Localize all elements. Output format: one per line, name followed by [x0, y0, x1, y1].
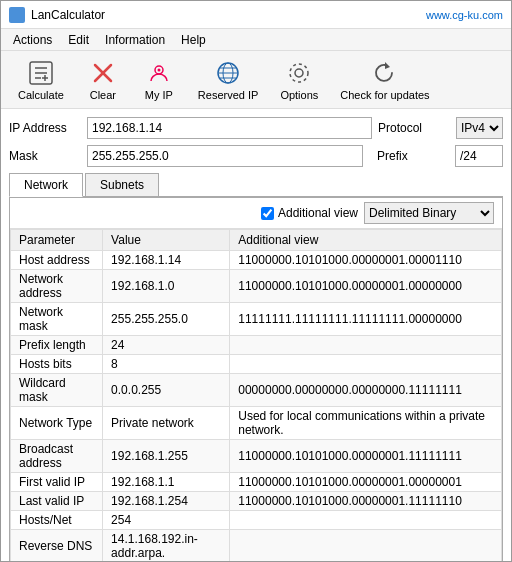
- cell-additional: 11000000.10101000.00000001.00000001: [230, 473, 502, 492]
- cell-param: Broadcast address: [11, 440, 103, 473]
- cell-additional: 11000000.10101000.00000001.11111111: [230, 440, 502, 473]
- cell-additional: 11111111.11111111.11111111.00000000: [230, 303, 502, 336]
- check-updates-label: Check for updates: [340, 89, 429, 101]
- cell-param: Network Type: [11, 407, 103, 440]
- cell-additional: [230, 336, 502, 355]
- cell-value: 255.255.255.0: [103, 303, 230, 336]
- svg-marker-17: [385, 62, 390, 69]
- check-updates-icon: [371, 59, 399, 87]
- table-header-row: Parameter Value Additional view: [11, 230, 502, 251]
- cell-value: 14.1.168.192.in-addr.arpa.: [103, 530, 230, 563]
- title-bar: LanCalculator www.cg-ku.com: [1, 1, 511, 29]
- prefix-label: Prefix: [377, 149, 449, 163]
- cell-value: 192.168.1.14: [103, 251, 230, 270]
- cell-additional: 11000000.10101000.00000001.11111110: [230, 492, 502, 511]
- table-row: Host address192.168.1.1411000000.1010100…: [11, 251, 502, 270]
- menu-bar: Actions Edit Information Help: [1, 29, 511, 51]
- cell-value: 192.168.1.255: [103, 440, 230, 473]
- protocol-label: Protocol: [378, 121, 450, 135]
- col-parameter: Parameter: [11, 230, 103, 251]
- table-row: Hosts/Net254: [11, 511, 502, 530]
- table-container: Additional view Delimited Binary Binary …: [9, 197, 503, 562]
- table-row: First valid IP192.168.1.111000000.101010…: [11, 473, 502, 492]
- clear-button[interactable]: Clear: [77, 54, 129, 106]
- options-icon: [285, 59, 313, 87]
- cell-value: 24: [103, 336, 230, 355]
- additional-view-checkbox[interactable]: [261, 207, 274, 220]
- cell-additional: [230, 511, 502, 530]
- reserved-ip-button[interactable]: Reserved IP: [189, 54, 268, 106]
- cell-param: Network address: [11, 270, 103, 303]
- calculate-button[interactable]: Calculate: [9, 54, 73, 106]
- options-button[interactable]: Options: [271, 54, 327, 106]
- table-row: Hosts bits8: [11, 355, 502, 374]
- options-label: Options: [280, 89, 318, 101]
- cell-value: 192.168.1.0: [103, 270, 230, 303]
- cell-additional: 00000000.00000000.00000000.11111111: [230, 374, 502, 407]
- clear-icon: [89, 59, 117, 87]
- prefix-input[interactable]: [455, 145, 503, 167]
- calculate-label: Calculate: [18, 89, 64, 101]
- menu-edit[interactable]: Edit: [60, 31, 97, 49]
- col-additional: Additional view: [230, 230, 502, 251]
- cell-param: Network mask: [11, 303, 103, 336]
- cell-value: 192.168.1.1: [103, 473, 230, 492]
- my-ip-button[interactable]: My IP: [133, 54, 185, 106]
- content-area: IP Address Protocol IPv4 IPv6 Mask Prefi…: [1, 109, 511, 562]
- additional-view-checkbox-label[interactable]: Additional view: [261, 206, 358, 220]
- cell-param: Hosts/Net: [11, 511, 103, 530]
- tabs: Network Subnets: [9, 173, 503, 197]
- svg-point-15: [295, 69, 303, 77]
- table-row: Network mask255.255.255.011111111.111111…: [11, 303, 502, 336]
- calculate-icon: [27, 59, 55, 87]
- mask-row: Mask Prefix: [9, 145, 503, 167]
- cell-param: Host address: [11, 251, 103, 270]
- app-title: LanCalculator: [31, 8, 105, 22]
- menu-information[interactable]: Information: [97, 31, 173, 49]
- ip-label: IP Address: [9, 121, 81, 135]
- reserved-ip-label: Reserved IP: [198, 89, 259, 101]
- table-row: Network address192.168.1.011000000.10101…: [11, 270, 502, 303]
- cell-param: Prefix length: [11, 336, 103, 355]
- additional-view-text: Additional view: [278, 206, 358, 220]
- menu-actions[interactable]: Actions: [5, 31, 60, 49]
- cell-additional: 11000000.10101000.00000001.00001110: [230, 251, 502, 270]
- check-updates-button[interactable]: Check for updates: [331, 54, 438, 106]
- table-row: Wildcard mask0.0.0.25500000000.00000000.…: [11, 374, 502, 407]
- reserved-ip-icon: [214, 59, 242, 87]
- table-row: Reverse DNS14.1.168.192.in-addr.arpa.: [11, 530, 502, 563]
- cell-value: 0.0.0.255: [103, 374, 230, 407]
- svg-point-9: [157, 68, 160, 71]
- my-ip-label: My IP: [145, 89, 173, 101]
- cell-additional: [230, 530, 502, 563]
- my-ip-icon: [145, 59, 173, 87]
- mask-label: Mask: [9, 149, 81, 163]
- protocol-select[interactable]: IPv4 IPv6: [456, 117, 503, 139]
- ip-input[interactable]: [87, 117, 372, 139]
- cell-additional: [230, 355, 502, 374]
- data-table: Parameter Value Additional view Host add…: [10, 229, 502, 562]
- col-value: Value: [103, 230, 230, 251]
- cell-value: 8: [103, 355, 230, 374]
- cell-additional: 11000000.10101000.00000001.00000000: [230, 270, 502, 303]
- table-row: Broadcast address192.168.1.25511000000.1…: [11, 440, 502, 473]
- cell-value: 192.168.1.254: [103, 492, 230, 511]
- cell-additional: Used for local communications within a p…: [230, 407, 502, 440]
- cell-param: Reverse DNS: [11, 530, 103, 563]
- clear-label: Clear: [90, 89, 116, 101]
- view-select[interactable]: Delimited Binary Binary Hex Decimal: [364, 202, 494, 224]
- tab-network[interactable]: Network: [9, 173, 83, 197]
- watermark: www.cg-ku.com: [426, 9, 503, 21]
- table-row: Prefix length24: [11, 336, 502, 355]
- cell-param: Wildcard mask: [11, 374, 103, 407]
- mask-input[interactable]: [87, 145, 363, 167]
- title-bar-left: LanCalculator: [9, 7, 105, 23]
- cell-param: First valid IP: [11, 473, 103, 492]
- tab-subnets[interactable]: Subnets: [85, 173, 159, 196]
- toolbar: Calculate Clear My IP: [1, 51, 511, 109]
- menu-help[interactable]: Help: [173, 31, 214, 49]
- svg-point-16: [290, 64, 308, 82]
- cell-param: Hosts bits: [11, 355, 103, 374]
- table-row: Network TypePrivate networkUsed for loca…: [11, 407, 502, 440]
- cell-param: Last valid IP: [11, 492, 103, 511]
